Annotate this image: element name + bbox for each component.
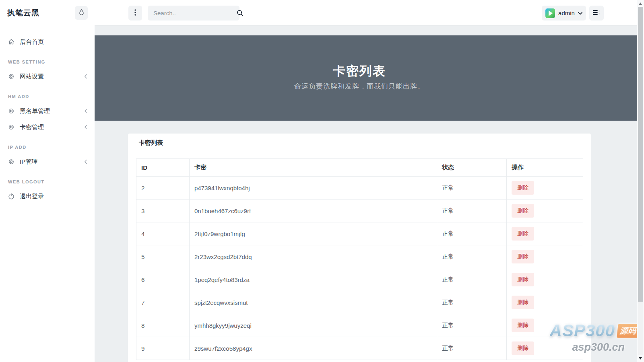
- cell-action: 删除: [507, 268, 583, 291]
- sidebar-section-ip-add: IP ADD: [0, 144, 95, 150]
- search-icon[interactable]: [237, 10, 244, 16]
- delete-button[interactable]: 删除: [512, 341, 534, 355]
- gear-icon: [8, 124, 14, 130]
- delete-button[interactable]: 删除: [512, 227, 534, 241]
- chevron-left-icon: [84, 159, 87, 164]
- gear-icon: [8, 158, 14, 165]
- sidebar: 后台首页 WEB SETTING 网站设置 HM ADD: [0, 26, 95, 362]
- column-header-status: 状态: [437, 159, 507, 177]
- status-text: 正常: [437, 177, 507, 200]
- sidebar-section-hm-add: HM ADD: [0, 93, 95, 100]
- card-title: 卡密列表: [139, 139, 163, 147]
- list-icon: [593, 9, 600, 17]
- cell-code: 1peq2qefy4to83rdza: [190, 268, 437, 291]
- sidebar-item-home[interactable]: 后台首页: [0, 34, 95, 50]
- cell-action: 删除: [507, 337, 583, 360]
- chevron-left-icon: [84, 74, 87, 79]
- status-text: 正常: [437, 245, 507, 268]
- gear-icon: [8, 108, 14, 114]
- cell-id: 4: [136, 222, 190, 245]
- table-row: 6 1peq2qefy4to83rdza 正常 删除: [136, 268, 583, 291]
- search-input[interactable]: [148, 10, 237, 16]
- kebab-icon: [134, 9, 136, 17]
- delete-button[interactable]: 删除: [512, 319, 534, 332]
- scrollbar-thumb[interactable]: [638, 7, 643, 302]
- sidebar-item-blacklist[interactable]: 黑名单管理: [0, 103, 95, 119]
- next-row-divider: [136, 361, 583, 361]
- table-row: 2 p473941lwxnqbfo4hj 正常 删除: [136, 177, 583, 200]
- chevron-left-icon: [84, 125, 87, 130]
- layout-menu-button[interactable]: [589, 6, 604, 21]
- cell-id: 6: [136, 268, 190, 291]
- avatar: [545, 8, 555, 18]
- column-header-code: 卡密: [190, 159, 437, 177]
- sidebar-item-site-settings[interactable]: 网站设置: [0, 68, 95, 84]
- status-text: 正常: [437, 222, 507, 245]
- search-box: [148, 6, 239, 21]
- cell-action: 删除: [507, 314, 583, 337]
- table-row: 5 2r23wx2cgsd2bt7ddq 正常 删除: [136, 245, 583, 268]
- sidebar-section-web-logout: WEB LOGOUT: [0, 179, 95, 185]
- gear-icon: [8, 73, 14, 80]
- sidebar-item-label: 后台首页: [20, 38, 87, 46]
- home-icon: [8, 39, 14, 45]
- sidebar-item-logout[interactable]: 退出登录: [0, 188, 95, 204]
- cell-code: p473941lwxnqbfo4hj: [190, 177, 437, 200]
- droplet-icon: [78, 9, 85, 17]
- cardkey-list-card: 卡密列表 ID 卡密 状态 操作 2 p473941lwxnqbfo4hj 正常…: [128, 134, 591, 362]
- scrollbar[interactable]: [637, 0, 644, 362]
- power-icon: [8, 193, 14, 200]
- cell-code: 0n1bueh467zc6uz9rf: [190, 200, 437, 222]
- chevron-left-icon: [84, 109, 87, 113]
- header-divider: [95, 25, 637, 26]
- cell-action: 删除: [507, 200, 583, 222]
- delete-button[interactable]: 删除: [512, 181, 534, 195]
- status-text: 正常: [437, 268, 507, 291]
- cell-action: 删除: [507, 291, 583, 314]
- status-text: 正常: [437, 314, 507, 337]
- cell-id: 7: [136, 291, 190, 314]
- delete-button[interactable]: 删除: [512, 204, 534, 218]
- status-text: 正常: [437, 291, 507, 314]
- cell-action: 删除: [507, 222, 583, 245]
- sidebar-item-label: 卡密管理: [20, 123, 84, 131]
- brand-title: 执笔云黑: [7, 0, 39, 26]
- table-row: 4 2ftjf0z9wrgbo1mjfg 正常 删除: [136, 222, 583, 245]
- cell-code: 2ftjf0z9wrgbo1mjfg: [190, 222, 437, 245]
- table-row: 7 spjzt2ecqwvxsismut 正常 删除: [136, 291, 583, 314]
- table-row: 3 0n1bueh467zc6uz9rf 正常 删除: [136, 200, 583, 222]
- hero-subtitle: 命运负责洗牌和发牌，而我们只能出牌。: [128, 82, 591, 91]
- sidebar-item-label: 网站设置: [20, 73, 84, 80]
- cell-action: 删除: [507, 177, 583, 200]
- sidebar-item-label: 黑名单管理: [20, 107, 84, 115]
- column-header-id: ID: [136, 159, 190, 177]
- status-text: 正常: [437, 200, 507, 222]
- cell-code: ymhh8gkyy9jwuyzeqi: [190, 314, 437, 337]
- sidebar-section-web-setting: WEB SETTING: [0, 59, 95, 65]
- column-header-action: 操作: [507, 159, 583, 177]
- more-options-button[interactable]: [128, 6, 142, 21]
- cell-code: z9swu7f2xco58yp4gx: [190, 337, 437, 360]
- cell-id: 8: [136, 314, 190, 337]
- cardkey-table: ID 卡密 状态 操作 2 p473941lwxnqbfo4hj 正常 删除 3…: [136, 158, 583, 360]
- cell-id: 9: [136, 337, 190, 360]
- user-name: admin: [558, 10, 575, 16]
- delete-button[interactable]: 删除: [512, 273, 534, 286]
- scroll-up-icon[interactable]: [639, 2, 642, 5]
- table-body: 2 p473941lwxnqbfo4hj 正常 删除 3 0n1bueh467z…: [136, 177, 583, 360]
- scroll-down-icon[interactable]: [639, 357, 642, 360]
- cell-id: 3: [136, 200, 190, 222]
- cell-code: 2r23wx2cgsd2bt7ddq: [190, 245, 437, 268]
- sidebar-item-ip[interactable]: IP管理: [0, 154, 95, 170]
- cell-action: 删除: [507, 245, 583, 268]
- page: 执笔云黑 admin: [0, 0, 644, 362]
- sidebar-item-cardkey[interactable]: 卡密管理: [0, 119, 95, 135]
- cell-id: 2: [136, 177, 190, 200]
- delete-button[interactable]: 删除: [512, 250, 534, 263]
- user-menu-button[interactable]: admin: [542, 6, 586, 21]
- status-text: 正常: [437, 337, 507, 360]
- chevron-down-icon: [578, 10, 582, 16]
- delete-button[interactable]: 删除: [512, 296, 534, 309]
- theme-droplet-button[interactable]: [75, 6, 88, 20]
- table-row: 8 ymhh8gkyy9jwuyzeqi 正常 删除: [136, 314, 583, 337]
